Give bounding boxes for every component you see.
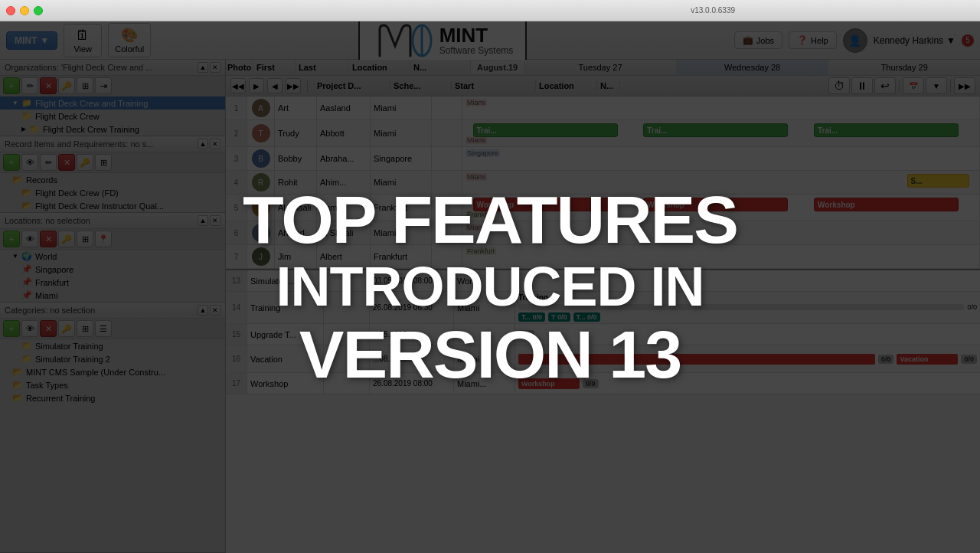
overlay-line2: INTRODUCED IN bbox=[243, 257, 737, 317]
version-info: v13.0.0.6339 bbox=[691, 6, 735, 15]
overlay-line3: VERSION 13 bbox=[243, 318, 737, 392]
minimize-button[interactable] bbox=[20, 6, 29, 15]
close-button[interactable] bbox=[6, 6, 15, 15]
traffic-lights bbox=[6, 6, 43, 15]
overlay: TOP FEATURES INTRODUCED IN VERSION 13 bbox=[0, 21, 980, 553]
title-bar: v13.0.0.6339 bbox=[0, 0, 980, 21]
overlay-text: TOP FEATURES INTRODUCED IN VERSION 13 bbox=[243, 183, 737, 392]
maximize-button[interactable] bbox=[34, 6, 43, 15]
overlay-line1: TOP FEATURES bbox=[243, 183, 737, 257]
